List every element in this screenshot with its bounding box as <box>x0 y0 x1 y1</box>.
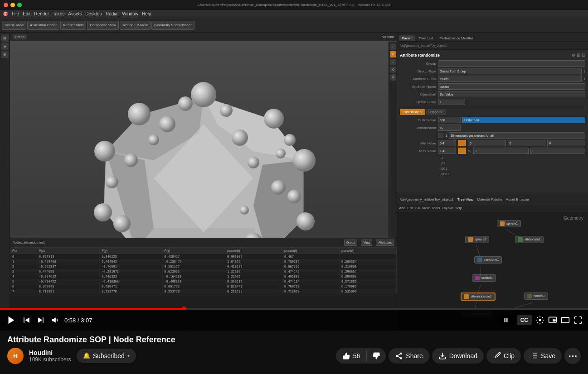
ng-add[interactable]: Add <box>399 206 405 210</box>
menu-houdini[interactable]: 🎯 <box>3 11 8 16</box>
skip-forward-button[interactable] <box>35 315 46 326</box>
ng-tools[interactable]: Tools <box>432 206 440 210</box>
toolbar-btn-5[interactable]: Motion FX View <box>120 21 151 30</box>
tab-take-list[interactable]: Take List <box>416 35 436 41</box>
settings-button[interactable] <box>535 316 544 325</box>
volume-button[interactable] <box>50 315 61 326</box>
input-maxval-2[interactable]: 1 <box>473 148 529 154</box>
slider-maxval[interactable] <box>458 148 466 154</box>
toolbar-btn-4[interactable]: Composite View <box>87 21 119 30</box>
miniplayer-button[interactable] <box>548 316 557 325</box>
menu-file[interactable]: File <box>12 11 19 16</box>
cc-button[interactable]: CC <box>517 315 532 325</box>
toolbar-btn-2[interactable]: Animation Editor <box>27 21 59 30</box>
input-minval[interactable]: 0.4 <box>438 140 456 146</box>
sidebar-icon-3[interactable]: ⊕ <box>1 51 9 58</box>
tool-icon-4[interactable]: ⟲ <box>390 67 396 73</box>
share-button[interactable]: Share <box>389 348 429 364</box>
skip-back-button[interactable] <box>21 315 32 326</box>
ng-go[interactable]: Go <box>415 206 420 210</box>
menu-edit[interactable]: Edit <box>23 11 30 16</box>
ng-tab-tree[interactable]: Tree View <box>457 197 474 201</box>
toolbar-btn-1[interactable]: Scene View <box>2 21 26 30</box>
ng-edit[interactable]: Edit <box>407 206 413 210</box>
ss-view-btn[interactable]: View <box>361 240 372 246</box>
input-dimension[interactable]: Dimension's parameters for all <box>449 132 585 139</box>
subscribe-button[interactable]: 🔔 Subscribed ▾ <box>77 349 136 363</box>
input-maxval-3[interactable]: 1 <box>530 148 586 154</box>
menu-desktop[interactable]: Desktop <box>85 11 102 16</box>
input-group[interactable] <box>438 60 585 67</box>
like-button[interactable]: 56 <box>336 348 367 364</box>
minimize-dot[interactable] <box>10 3 15 7</box>
input-denominator[interactable]: 10 <box>438 125 461 131</box>
ss-group-btn[interactable]: Group <box>344 240 357 246</box>
node-sphere1[interactable]: sphere1 <box>497 220 521 227</box>
close-dot[interactable] <box>4 3 8 7</box>
ng-tab-material[interactable]: Material Palette <box>477 197 502 201</box>
maximize-dot[interactable] <box>17 3 22 7</box>
node-sphere2[interactable]: sphere2 <box>465 236 489 243</box>
select-group-type[interactable]: Guess from Group <box>438 68 582 74</box>
menu-window[interactable]: Window <box>122 11 138 16</box>
node-normal2[interactable]: normal2 <box>524 292 548 300</box>
select-operation[interactable]: Set Value <box>438 91 585 97</box>
panel-icon-2[interactable]: ⊞ <box>577 53 580 58</box>
tool-icon-2[interactable]: ⊙ <box>390 51 396 58</box>
tool-icon-1[interactable]: ↑ <box>390 43 396 50</box>
ng-view[interactable]: View <box>422 206 430 210</box>
ss-attr-btn[interactable]: Attributes <box>376 240 394 246</box>
download-button[interactable]: Download <box>432 348 484 364</box>
panel-icon-3[interactable]: ⊟ <box>582 53 585 58</box>
geometry-label: Geometry <box>564 216 583 221</box>
tab-perf-monitor[interactable]: Performance Monitor <box>437 35 476 41</box>
menu-render[interactable]: Render <box>34 11 49 16</box>
svg-point-29 <box>271 180 286 195</box>
menu-radial[interactable]: Radial <box>106 11 118 16</box>
select-attr-class[interactable]: Points <box>438 76 582 82</box>
sidebar-icon-1[interactable]: ⊞ <box>1 34 9 42</box>
menu-assets[interactable]: Assets <box>68 11 82 16</box>
input-maxval[interactable]: 1.4 <box>438 148 456 154</box>
save-button[interactable]: Save <box>524 348 562 364</box>
ng-layout[interactable]: Layout <box>442 206 453 210</box>
input-minval-4[interactable]: 0 <box>547 140 585 146</box>
ng-header-text: /obj/geometry_rubberToy_object1 <box>400 197 454 201</box>
sidebar-icon-2[interactable]: ◈ <box>1 43 9 50</box>
tool-icon-5[interactable]: ⊞ <box>390 74 396 81</box>
input-dist-2[interactable]: Uniformed <box>462 117 585 123</box>
fullscreen-button[interactable] <box>573 316 583 325</box>
input-global-scale[interactable]: 1 <box>438 99 465 105</box>
tab-param[interactable]: Param <box>399 35 415 41</box>
channel-name[interactable]: Houdini <box>29 349 71 356</box>
input-attr-name[interactable]: pscale <box>438 83 585 90</box>
tool-icon-3[interactable]: ↔ <box>390 59 396 65</box>
play-button[interactable] <box>5 314 17 326</box>
dist-tab-options[interactable]: Options <box>426 109 446 115</box>
thumbs-down-icon <box>372 352 380 360</box>
slider-minval[interactable] <box>458 140 466 146</box>
video-title: Attribute Randomize SOP | Node Reference <box>7 335 581 345</box>
checkbox-dimension[interactable] <box>438 133 443 138</box>
theater-button[interactable] <box>561 316 570 325</box>
menu-help[interactable]: Help <box>142 11 151 16</box>
input-minval-2[interactable]: 0 <box>468 140 506 146</box>
pause-overlay-button[interactable] <box>499 313 513 327</box>
node-transform1[interactable]: transform1 <box>474 256 502 264</box>
node-attrtexture1[interactable]: attrtexture1 <box>515 236 544 243</box>
menu-takes[interactable]: Takes <box>53 11 64 16</box>
node-attrrandomize1[interactable]: attrrandomize1 <box>461 292 496 301</box>
toolbar-btn-6[interactable]: Geometry Spreadsheet <box>151 21 194 30</box>
toolbar-btn-3[interactable]: Render View <box>60 21 87 30</box>
dislike-button[interactable] <box>367 348 386 364</box>
channel-avatar[interactable]: H <box>7 348 24 364</box>
ng-tab-asset[interactable]: Asset Browser <box>506 197 530 201</box>
ng-help[interactable]: Help <box>455 206 462 210</box>
input-dist-1[interactable]: 100 <box>438 117 461 123</box>
more-options-button[interactable]: ⋯ <box>564 348 581 364</box>
node-scatter1[interactable]: scatter1 <box>472 274 496 282</box>
dist-tab-distribution[interactable]: Distribution <box>400 109 425 115</box>
input-minval-3[interactable]: 0 <box>508 140 546 146</box>
clip-button[interactable]: Clip <box>486 348 521 364</box>
panel-icon-1[interactable]: ⊕ <box>572 53 575 58</box>
